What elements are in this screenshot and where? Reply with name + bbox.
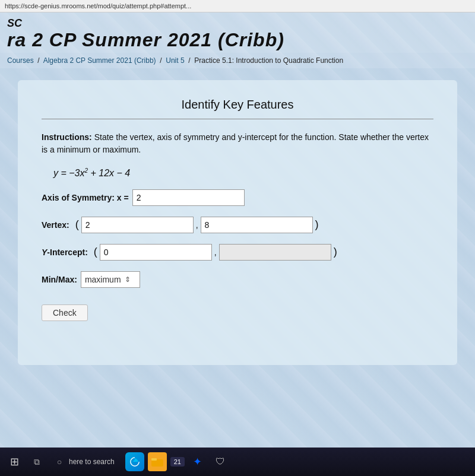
- taskbar-search-area: ○ here to search: [50, 452, 115, 471]
- instructions-text: Instructions: State the vertex, axis of …: [42, 131, 433, 156]
- minmax-select[interactable]: maximum ⇕: [81, 271, 140, 288]
- page-title-bar: SC ra 2 CP Summer 2021 (Cribb): [0, 12, 475, 53]
- svg-rect-1: [151, 458, 157, 461]
- taskbar: ⊞ ⧉ ○ here to search 21 ✦ 🛡: [0, 448, 475, 476]
- breadcrumb: Courses / Algebra 2 CP Summer 2021 (Crib…: [0, 53, 475, 68]
- equation-display: y = −3x2 + 12x − 4: [53, 167, 433, 178]
- search-icon: ○: [50, 452, 69, 471]
- yintercept-close-paren: ): [334, 246, 337, 258]
- vertex-y-input[interactable]: [201, 217, 313, 233]
- vertex-x-input[interactable]: [81, 217, 194, 233]
- vertex-open-paren: (: [75, 218, 79, 231]
- yintercept-open-paren: (: [94, 246, 97, 258]
- windows-start-icon[interactable]: ⊞: [5, 452, 24, 471]
- search-label[interactable]: here to search: [69, 458, 115, 466]
- minmax-label: Min/Max:: [42, 275, 77, 284]
- card-title: Identify Key Features: [42, 98, 433, 119]
- minmax-arrow-icon: ⇕: [125, 275, 131, 284]
- date-badge: 21: [170, 457, 185, 467]
- minmax-value: maximum: [85, 275, 121, 284]
- edge-browser-icon[interactable]: [125, 452, 144, 471]
- main-content-card: Identify Key Features Instructions: Stat…: [18, 80, 457, 365]
- yintercept-row: Y-Intercept: ( , ): [42, 244, 433, 261]
- breadcrumb-current: Practice 5.1: Introduction to Quadratic …: [194, 56, 343, 65]
- browser-url-bar: https://scde-genius.mrooms.net/mod/quiz/…: [0, 0, 475, 12]
- file-explorer-icon[interactable]: [148, 452, 167, 471]
- minmax-row: Min/Max: maximum ⇕: [42, 271, 433, 288]
- breadcrumb-course[interactable]: Algebra 2 CP Summer 2021 (Cribb): [43, 56, 156, 65]
- yintercept-comma: ,: [214, 247, 217, 257]
- axis-label: Axis of Symmetry: x =: [42, 193, 129, 202]
- yintercept-x-input[interactable]: [100, 244, 212, 261]
- breadcrumb-courses[interactable]: Courses: [7, 56, 34, 65]
- course-title: ra 2 CP Summer 2021 (Cribb): [7, 30, 468, 50]
- vertex-label: Vertex:: [42, 220, 69, 230]
- vertex-row: Vertex: ( , ): [42, 217, 433, 233]
- vertex-comma: ,: [196, 220, 198, 230]
- yintercept-y-input[interactable]: [219, 244, 331, 261]
- breadcrumb-unit[interactable]: Unit 5: [166, 56, 184, 65]
- axis-value-input[interactable]: [132, 189, 245, 206]
- axis-of-symmetry-row: Axis of Symmetry: x =: [42, 189, 433, 206]
- site-code: SC: [7, 17, 468, 30]
- vertex-close-paren: ): [315, 218, 319, 231]
- task-view-icon[interactable]: ⧉: [27, 452, 46, 471]
- yintercept-label: Y-Intercept:: [42, 247, 88, 257]
- check-button[interactable]: Check: [42, 304, 88, 321]
- shield-icon[interactable]: 🛡: [211, 452, 230, 471]
- dropbox-icon[interactable]: ✦: [188, 452, 207, 471]
